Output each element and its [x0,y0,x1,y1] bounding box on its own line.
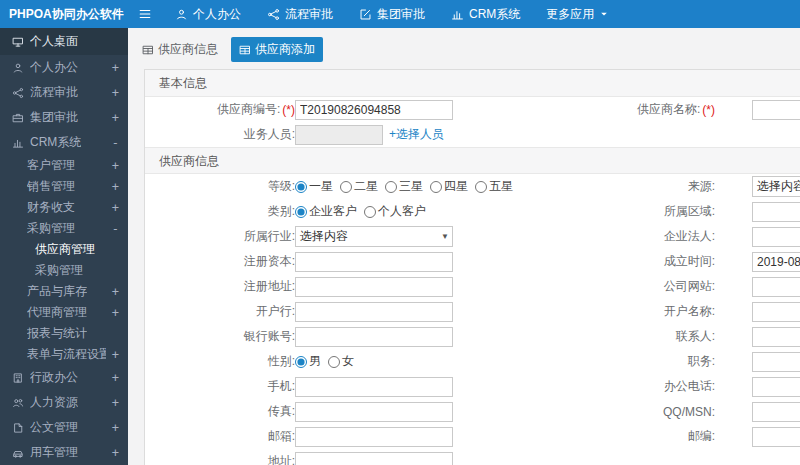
region-input[interactable] [752,202,800,222]
tab-label: 供应商添加 [255,41,315,58]
radio-input[interactable] [475,181,487,193]
desktop-icon [12,36,24,48]
sidebar-item-supplier-mgmt[interactable]: 供应商管理 [0,239,128,260]
nav-crm-system[interactable]: CRM系统 [438,0,533,28]
mobile-input[interactable] [295,377,453,397]
website-input[interactable] [752,277,800,297]
tab-supplier-info[interactable]: 供应商信息 [134,37,226,62]
field-cell [752,427,800,447]
form-row: 等级:一星二星三星四星五星来源:选择内容▼ [145,174,800,199]
radio-input[interactable] [295,206,307,218]
sidebar-item-hr[interactable]: 人力资源+ [0,390,128,415]
radio-option[interactable]: 四星 [430,178,468,195]
contact-input[interactable] [752,327,800,347]
position-input[interactable] [752,352,800,372]
email-input[interactable] [295,427,453,447]
legal-person-input[interactable] [752,227,800,247]
nav-personal-office[interactable]: 个人办公 [162,0,254,28]
account-name-input[interactable] [752,302,800,322]
sidebar-item-group-approval[interactable]: 集团审批+ [0,105,128,130]
sidebar-label: 公文管理 [30,419,78,436]
radio-input[interactable] [385,181,397,193]
expand-icon: + [112,61,119,75]
sidebar-item-doc-mgmt[interactable]: 公文管理+ [0,415,128,440]
form-row: 传真:QQ/MSN: [145,399,800,424]
field-label: 手机: [268,378,295,395]
form-row: 注册地址:公司网站: [145,274,800,299]
radio-input[interactable] [340,181,352,193]
fax-input[interactable] [295,402,453,422]
tab-supplier-add[interactable]: 供应商添加 [231,37,323,62]
app-logo: PHPOA协同办公软件 [0,6,128,23]
radio-option[interactable]: 企业客户 [295,203,357,220]
expand-icon: + [112,348,119,362]
registered-address-input[interactable] [295,277,453,297]
sidebar-item-purchase-mgmt[interactable]: 采购管理- [0,218,128,239]
section-title: 基本信息 [145,70,800,97]
sidebar-item-personal-office[interactable]: 个人办公+ [0,55,128,80]
radio-input[interactable] [328,356,340,368]
menu-toggle-button[interactable] [128,0,162,28]
field-cell [752,302,800,322]
office-phone-input[interactable] [752,377,800,397]
radio-input[interactable] [295,181,307,193]
industry-select[interactable]: 选择内容▼ [295,226,453,247]
supplier-code-input[interactable] [295,100,453,120]
radio-option[interactable]: 二星 [340,178,378,195]
radio-input[interactable] [295,356,307,368]
supplier-name-input[interactable] [752,100,800,120]
radio-option[interactable]: 男 [295,353,321,370]
sidebar-item-form-flow-settings[interactable]: 表单与流程设置+ [0,344,128,365]
sidebar-item-crm-system[interactable]: CRM系统- [0,130,128,155]
expand-icon: + [112,396,119,410]
field-label: 地址: [268,453,295,465]
sidebar-item-personal-desktop[interactable]: 个人桌面 [0,28,128,55]
business-person-input[interactable] [295,125,383,145]
qq-msn-input[interactable] [752,402,800,422]
caret-down-icon: ▼ [441,232,449,241]
sidebar-item-workflow-approval[interactable]: 流程审批+ [0,80,128,105]
field-label-cell: 所属行业: [145,228,295,245]
field-cell [752,227,800,247]
radio-input[interactable] [430,181,442,193]
sidebar-label: 财务收支 [27,199,75,216]
sidebar-label: 报表与统计 [27,325,87,342]
caret-icon [599,9,609,19]
sidebar-item-product-inventory[interactable]: 产品与库存+ [0,281,128,302]
bank-account-input[interactable] [295,327,453,347]
sidebar-item-reports-stats[interactable]: 报表与统计 [0,323,128,344]
briefcase-icon [12,112,24,124]
car-icon [12,447,24,459]
radio-input[interactable] [364,206,376,218]
sidebar-item-vehicle-mgmt[interactable]: 用车管理+ [0,440,128,465]
sidebar-item-finance[interactable]: 财务收支+ [0,197,128,218]
sidebar-item-customer-mgmt[interactable]: 客户管理+ [0,155,128,176]
address-input[interactable] [295,452,453,465]
radio-option[interactable]: 女 [328,353,354,370]
nav-more-apps[interactable]: 更多应用 [533,0,622,28]
registered-capital-input[interactable] [295,252,453,272]
sidebar-item-admin-office[interactable]: 行政办公+ [0,365,128,390]
select-person-link[interactable]: +选择人员 [389,126,444,143]
source-select[interactable]: 选择内容▼ [752,176,800,197]
radio-option[interactable]: 一星 [295,178,333,195]
field-label: 业务人员: [244,126,295,143]
radio-option[interactable]: 个人客户 [364,203,426,220]
field-label-cell: 手机: [145,378,295,395]
sidebar-item-agent-mgmt[interactable]: 代理商管理+ [0,302,128,323]
founded-date-input[interactable] [752,252,800,272]
zip-input[interactable] [752,427,800,447]
field-label-cell: 办公电话: [620,378,715,395]
radio-option[interactable]: 五星 [475,178,513,195]
nav-group-approval[interactable]: 集团审批 [346,0,438,28]
nav-workflow-approval[interactable]: 流程审批 [254,0,346,28]
bank-branch-input[interactable] [295,302,453,322]
sidebar-item-sales-mgmt[interactable]: 销售管理+ [0,176,128,197]
field-cell [295,252,620,272]
field-label-cell: 银行账号: [145,328,295,345]
field-label: 来源: [688,178,715,195]
radio-option[interactable]: 三星 [385,178,423,195]
field-label: 银行账号: [244,328,295,345]
field-label: QQ/MSN: [663,405,715,419]
sidebar-item-purchasing[interactable]: 采购管理 [0,260,128,281]
